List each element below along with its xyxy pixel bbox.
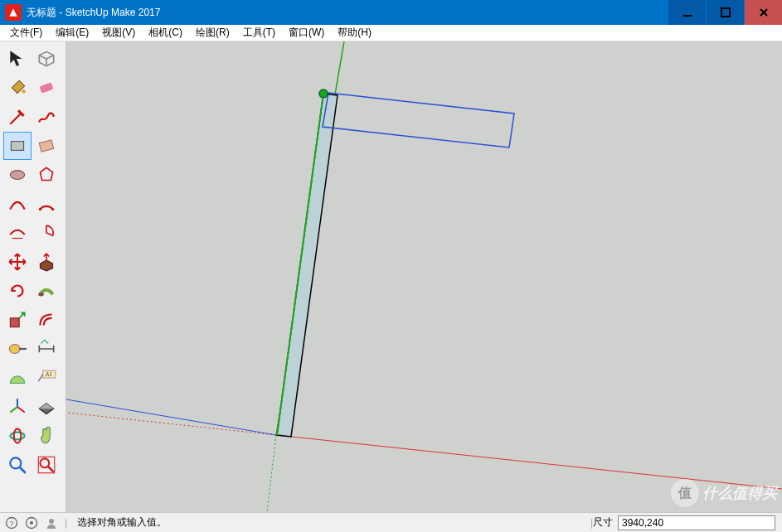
maximize-button[interactable] (707, 0, 744, 25)
text-tool[interactable]: A1 (32, 364, 61, 392)
zoom-extents-tool[interactable] (32, 451, 61, 479)
pie-tool[interactable] (32, 219, 61, 247)
window-controls (668, 0, 782, 25)
statusbar: ? | 选择对角或输入值。 | 尺寸 (0, 512, 782, 532)
rotate-tool[interactable] (3, 277, 32, 305)
titlebar: 无标题 - SketchUp Make 2017 (0, 0, 782, 25)
dimension-label: 尺寸 (593, 515, 613, 530)
svg-point-2 (22, 89, 25, 93)
orbit-tool[interactable] (3, 422, 32, 450)
menu-edit[interactable]: 编辑(E) (49, 24, 95, 41)
svg-marker-7 (40, 167, 52, 180)
minimize-button[interactable] (668, 0, 706, 25)
pan-tool[interactable] (32, 422, 61, 450)
svg-point-16 (14, 428, 22, 443)
status-separator: | (65, 517, 67, 529)
svg-point-32 (30, 521, 33, 525)
window-title: 无标题 - SketchUp Make 2017 (27, 6, 668, 20)
dimension-tool[interactable] (32, 335, 61, 363)
svg-point-18 (40, 458, 49, 467)
user-icon[interactable] (45, 516, 58, 530)
svg-line-24 (66, 399, 276, 435)
offset-tool[interactable] (32, 306, 61, 334)
main-area: A1 值 什么值得买 (0, 41, 782, 512)
status-message: 选择对角或输入值。 (77, 515, 167, 530)
protractor-tool[interactable] (3, 364, 32, 392)
svg-line-22 (276, 435, 782, 489)
menu-file[interactable]: 文件(F) (3, 24, 49, 41)
svg-point-8 (39, 208, 41, 210)
follow-me-tool[interactable] (32, 277, 61, 305)
push-pull-tool[interactable] (32, 248, 61, 276)
menu-help[interactable]: 帮助(H) (331, 24, 378, 41)
svg-marker-27 (323, 93, 514, 148)
svg-text:A1: A1 (46, 371, 52, 377)
menu-view[interactable]: 视图(V) (95, 24, 142, 41)
info-icon[interactable] (25, 516, 38, 530)
axes-tool[interactable] (3, 393, 32, 421)
menu-tools[interactable]: 工具(T) (236, 24, 282, 41)
menu-camera[interactable]: 相机(C) (142, 24, 189, 41)
svg-point-28 (319, 89, 328, 98)
menubar: 文件(F) 编辑(E) 视图(V) 相机(C) 绘图(R) 工具(T) 窗口(W… (0, 25, 782, 41)
component-tool[interactable] (32, 45, 61, 73)
three-point-arc-tool[interactable] (3, 219, 32, 247)
zoom-tool[interactable] (3, 451, 32, 479)
scene (66, 41, 782, 512)
rectangle-tool[interactable] (3, 132, 32, 160)
select-tool[interactable] (3, 45, 32, 73)
circle-tool[interactable] (3, 161, 32, 189)
svg-point-17 (10, 457, 21, 468)
svg-point-12 (9, 345, 20, 354)
svg-point-33 (49, 519, 54, 524)
svg-point-10 (38, 293, 44, 296)
svg-line-21 (267, 435, 276, 512)
toolbox: A1 (0, 41, 66, 512)
svg-rect-11 (10, 318, 19, 327)
svg-rect-3 (39, 82, 53, 93)
scale-tool[interactable] (3, 306, 32, 334)
svg-rect-0 (683, 15, 692, 17)
freehand-tool[interactable] (32, 103, 61, 131)
help-icon[interactable]: ? (5, 516, 18, 530)
close-button[interactable] (745, 0, 782, 25)
svg-line-26 (277, 94, 323, 435)
svg-rect-1 (721, 8, 730, 17)
arc-tool[interactable] (3, 190, 32, 218)
menu-draw[interactable]: 绘图(R) (189, 24, 236, 41)
svg-line-23 (66, 413, 276, 435)
move-tool[interactable] (3, 248, 32, 276)
svg-text:?: ? (9, 520, 13, 528)
tape-measure-tool[interactable] (3, 335, 32, 363)
viewport[interactable]: 值 什么值得买 (66, 41, 782, 512)
svg-rect-5 (39, 140, 53, 152)
eraser-tool[interactable] (32, 74, 61, 102)
section-plane-tool[interactable] (32, 393, 61, 421)
app-icon (5, 4, 22, 21)
two-point-arc-tool[interactable] (32, 190, 61, 218)
paint-bucket-tool[interactable] (3, 74, 32, 102)
dimension-input[interactable] (618, 515, 775, 530)
rotated-rectangle-tool[interactable] (32, 132, 61, 160)
svg-point-9 (51, 208, 54, 210)
line-tool[interactable] (3, 103, 32, 131)
svg-point-6 (10, 171, 24, 180)
svg-rect-4 (11, 142, 23, 151)
polygon-tool[interactable] (32, 161, 61, 189)
menu-window[interactable]: 窗口(W) (282, 24, 331, 41)
svg-point-15 (10, 433, 24, 440)
svg-marker-25 (277, 94, 338, 437)
